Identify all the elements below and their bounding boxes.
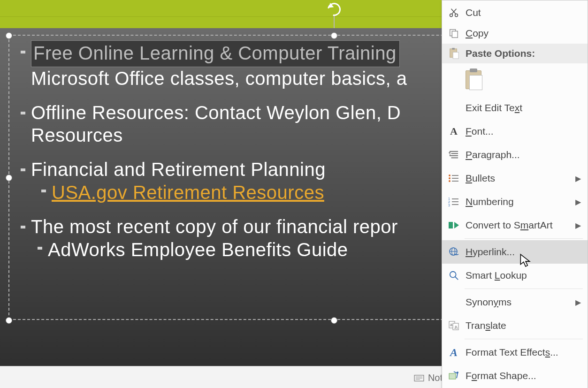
menu-smart-lookup[interactable]: Smart Lookup bbox=[442, 264, 588, 287]
hyperlink-icon bbox=[447, 247, 461, 257]
svg-text:1: 1 bbox=[448, 197, 450, 200]
resize-handle-sw[interactable] bbox=[6, 317, 12, 324]
notes-label: Not bbox=[428, 373, 443, 383]
bullet-icon bbox=[21, 226, 25, 228]
smartart-icon bbox=[447, 221, 461, 230]
text-line[interactable]: Offline Resources: Contact Weylon Glen, … bbox=[31, 102, 401, 123]
paste-icon bbox=[447, 48, 461, 59]
submenu-arrow-icon: ▶ bbox=[575, 198, 581, 206]
bullet-icon bbox=[21, 51, 25, 53]
bullet-icon bbox=[21, 112, 25, 114]
text-line[interactable]: Resources bbox=[31, 125, 123, 145]
text-line[interactable]: Financial and Retirement Planning bbox=[31, 158, 326, 181]
notes-button[interactable]: Not bbox=[414, 373, 443, 383]
svg-text:¶: ¶ bbox=[449, 151, 451, 156]
menu-exit-edit-text[interactable]: Exit Edit Text bbox=[442, 96, 588, 120]
svg-point-35 bbox=[450, 272, 456, 278]
notes-icon bbox=[414, 374, 424, 382]
svg-point-42 bbox=[457, 372, 458, 373]
svg-point-5 bbox=[455, 14, 458, 17]
menu-bullets[interactable]: Bullets ▶ bbox=[442, 167, 588, 190]
copy-icon bbox=[447, 28, 461, 38]
text-effects-icon: A bbox=[447, 346, 461, 359]
menu-paste-options-header: Paste Options: bbox=[442, 44, 588, 63]
smart-lookup-icon bbox=[447, 270, 461, 281]
paragraph-icon: ¶ bbox=[447, 150, 461, 160]
bullet-icon bbox=[41, 190, 46, 192]
translate-icon: aあ bbox=[447, 320, 461, 331]
svg-rect-30 bbox=[449, 222, 453, 228]
submenu-arrow-icon: ▶ bbox=[575, 298, 581, 307]
resize-handle-s[interactable] bbox=[331, 317, 337, 324]
app-stage: { "slide": { "lines": { "l1_selected": "… bbox=[0, 0, 588, 388]
numbering-icon: 123 bbox=[447, 197, 461, 206]
cut-icon bbox=[447, 8, 461, 18]
svg-point-20 bbox=[449, 180, 451, 182]
menu-label: Paste Options: bbox=[466, 48, 581, 59]
menu-label: Cut bbox=[466, 7, 481, 18]
menu-format-shape[interactable]: Format Shape... bbox=[442, 364, 588, 388]
svg-point-18 bbox=[449, 175, 451, 176]
format-shape-icon bbox=[447, 371, 461, 381]
menu-paragraph[interactable]: ¶ Paragraph... bbox=[442, 143, 588, 167]
svg-text:あ: あ bbox=[454, 325, 458, 329]
svg-text:2: 2 bbox=[448, 200, 450, 204]
svg-rect-12 bbox=[453, 52, 458, 59]
menu-separator bbox=[465, 238, 583, 239]
svg-rect-11 bbox=[452, 48, 455, 50]
submenu-arrow-icon: ▶ bbox=[575, 221, 581, 230]
menu-cut[interactable]: Cut bbox=[442, 2, 588, 23]
svg-line-36 bbox=[455, 277, 458, 280]
svg-point-4 bbox=[450, 14, 453, 17]
menu-hyperlink[interactable]: Hyperlink... bbox=[442, 240, 588, 264]
bullet-icon bbox=[38, 247, 42, 250]
menu-synonyms[interactable]: Synonyms ▶ bbox=[442, 290, 588, 314]
svg-line-6 bbox=[452, 9, 457, 14]
menu-translate[interactable]: aあ Translate bbox=[442, 314, 588, 337]
bullets-icon bbox=[447, 174, 461, 183]
menu-format-text-effects[interactable]: A Format Text Effects... bbox=[442, 341, 588, 364]
resize-handle-w[interactable] bbox=[6, 175, 12, 181]
clipboard-icon bbox=[466, 70, 481, 89]
svg-rect-41 bbox=[449, 373, 456, 379]
text-line[interactable]: AdWorks Employee Benefits Guide bbox=[48, 238, 348, 261]
svg-text:a: a bbox=[450, 322, 452, 327]
submenu-arrow-icon: ▶ bbox=[575, 174, 581, 183]
menu-separator bbox=[465, 339, 583, 339]
menu-convert-smartart[interactable]: Convert to SmartArt ▶ bbox=[442, 213, 588, 237]
svg-line-7 bbox=[451, 9, 456, 14]
resize-handle-n[interactable] bbox=[331, 32, 337, 39]
menu-numbering[interactable]: 123 Numbering ▶ bbox=[442, 190, 588, 213]
context-menu: Cut Copy Paste Options: Exit Edit Text A… bbox=[442, 0, 588, 388]
selected-text[interactable]: Free Online Learning & Computer Training bbox=[31, 40, 400, 67]
menu-separator bbox=[465, 289, 583, 289]
hyperlink-text[interactable]: USA.gov Retirement Resources bbox=[52, 182, 324, 203]
svg-marker-31 bbox=[454, 222, 459, 228]
menu-paste-option[interactable] bbox=[442, 63, 588, 96]
text-line[interactable]: The most recent copy of our financial re… bbox=[31, 215, 398, 238]
text-line[interactable]: Microsoft Office classes, computer basic… bbox=[31, 68, 407, 89]
svg-point-19 bbox=[449, 177, 451, 179]
svg-text:3: 3 bbox=[448, 204, 450, 206]
bullet-icon bbox=[21, 168, 25, 171]
menu-copy[interactable]: Copy bbox=[442, 23, 588, 44]
rotate-handle[interactable] bbox=[328, 3, 341, 16]
resize-handle-nw[interactable] bbox=[6, 32, 12, 39]
font-icon: A bbox=[447, 125, 461, 137]
menu-font[interactable]: A Font... bbox=[442, 120, 588, 143]
svg-rect-9 bbox=[452, 31, 458, 38]
